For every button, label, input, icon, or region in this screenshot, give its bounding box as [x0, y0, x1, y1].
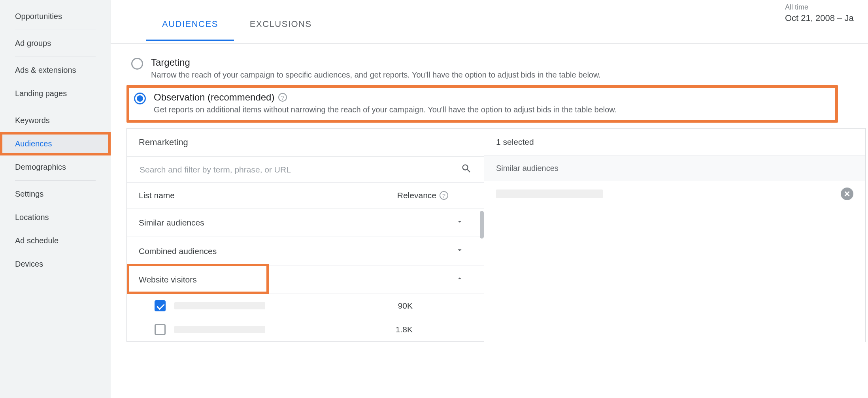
- sidebar-item-landing-pages[interactable]: Landing pages: [0, 82, 111, 105]
- date-range-value: Oct 21, 2008 – Ja: [785, 13, 868, 23]
- sidebar-item-opportunities[interactable]: Opportunities: [0, 5, 111, 28]
- tab-audiences[interactable]: AUDIENCES: [146, 12, 234, 41]
- panel-title-remarketing: Remarketing: [127, 129, 484, 157]
- chevron-down-icon: [455, 217, 464, 228]
- sidebar-item-demographics[interactable]: Demographics: [0, 155, 111, 179]
- sidebar-item-settings[interactable]: Settings: [0, 182, 111, 206]
- sidebar-item-locations[interactable]: Locations: [0, 206, 111, 229]
- chevron-up-icon: [455, 274, 464, 285]
- radio-targeting-desc: Narrow the reach of your campaign to spe…: [151, 70, 601, 80]
- audience-size: 90K: [398, 301, 413, 311]
- audience-name-placeholder: [174, 326, 265, 333]
- selected-audiences-panel: 1 selected Similar audiences: [484, 128, 866, 342]
- radio-observation-title-text: Observation (recommended): [154, 92, 274, 103]
- audience-item-row[interactable]: 90K: [127, 294, 484, 318]
- selected-section-header: Similar audiences: [484, 156, 865, 181]
- audience-size: 1.8K: [396, 325, 413, 334]
- radio-observation-title: Observation (recommended) ?: [154, 92, 617, 103]
- help-icon[interactable]: ?: [278, 93, 287, 102]
- sidebar-item-audiences[interactable]: Audiences: [0, 132, 111, 155]
- sidebar-item-keywords[interactable]: Keywords: [0, 109, 111, 132]
- selected-count: 1 selected: [484, 129, 865, 156]
- radio-targeting-title: Targeting: [151, 57, 601, 68]
- scrollbar-thumb[interactable]: [480, 211, 484, 239]
- top-row: AUDIENCES EXCLUSIONS All time Oct 21, 20…: [111, 0, 868, 44]
- sidebar-item-devices[interactable]: Devices: [0, 252, 111, 276]
- selected-audience-name-placeholder: [496, 190, 603, 198]
- chevron-down-icon: [455, 246, 464, 256]
- category-label: Similar audiences: [139, 218, 204, 227]
- category-website-visitors[interactable]: Website visitors: [127, 265, 484, 294]
- tabs: AUDIENCES EXCLUSIONS: [111, 0, 328, 41]
- category-combined-audiences[interactable]: Combined audiences: [127, 237, 484, 265]
- sidebar: Opportunities Ad groups Ads & extensions…: [0, 0, 111, 398]
- search-input[interactable]: [139, 165, 461, 175]
- list-header-relevance-text: Relevance: [397, 191, 436, 200]
- radio-row-observation[interactable]: Observation (recommended) ? Get reports …: [126, 85, 838, 123]
- sidebar-divider: [15, 57, 96, 57]
- sidebar-divider: [15, 30, 96, 30]
- list-header: List name Relevance ?: [127, 183, 484, 208]
- main-content: AUDIENCES EXCLUSIONS All time Oct 21, 20…: [111, 0, 868, 398]
- radio-observation[interactable]: [134, 93, 146, 104]
- category-similar-audiences[interactable]: Similar audiences: [127, 208, 484, 237]
- audience-scroll: Similar audiences Combined audiences Web…: [127, 208, 484, 341]
- search-row: [127, 157, 484, 183]
- sidebar-item-ads-extensions[interactable]: Ads & extensions: [0, 59, 111, 82]
- tab-exclusions[interactable]: EXCLUSIONS: [234, 12, 328, 41]
- audience-panels: Remarketing List name Relevance ?: [126, 128, 868, 342]
- list-header-name: List name: [139, 191, 175, 200]
- audience-setting-radios: Targeting Narrow the reach of your campa…: [111, 44, 868, 123]
- list-header-relevance: Relevance ?: [397, 191, 448, 200]
- search-icon[interactable]: [461, 163, 472, 176]
- sidebar-item-ad-schedule[interactable]: Ad schedule: [0, 229, 111, 252]
- audience-item-row[interactable]: 1.8K: [127, 318, 484, 341]
- date-range-picker[interactable]: All time Oct 21, 2008 – Ja: [785, 0, 868, 23]
- category-label: Website visitors: [139, 275, 197, 284]
- checkbox-unchecked[interactable]: [155, 324, 166, 335]
- radio-row-targeting[interactable]: Targeting Narrow the reach of your campa…: [126, 53, 838, 85]
- category-label: Combined audiences: [139, 246, 217, 256]
- audience-name-placeholder: [174, 302, 265, 309]
- radio-targeting[interactable]: [131, 58, 143, 70]
- audience-browser-panel: Remarketing List name Relevance ?: [126, 128, 484, 342]
- date-range-label: All time: [785, 3, 868, 11]
- checkbox-checked[interactable]: [155, 300, 166, 311]
- sidebar-divider: [15, 107, 96, 107]
- sidebar-divider: [15, 180, 96, 181]
- remove-button[interactable]: [841, 188, 853, 200]
- radio-observation-desc: Get reports on additional items without …: [154, 105, 617, 114]
- sidebar-item-ad-groups[interactable]: Ad groups: [0, 32, 111, 55]
- help-icon[interactable]: ?: [440, 191, 448, 200]
- selected-audience-row: [484, 181, 865, 207]
